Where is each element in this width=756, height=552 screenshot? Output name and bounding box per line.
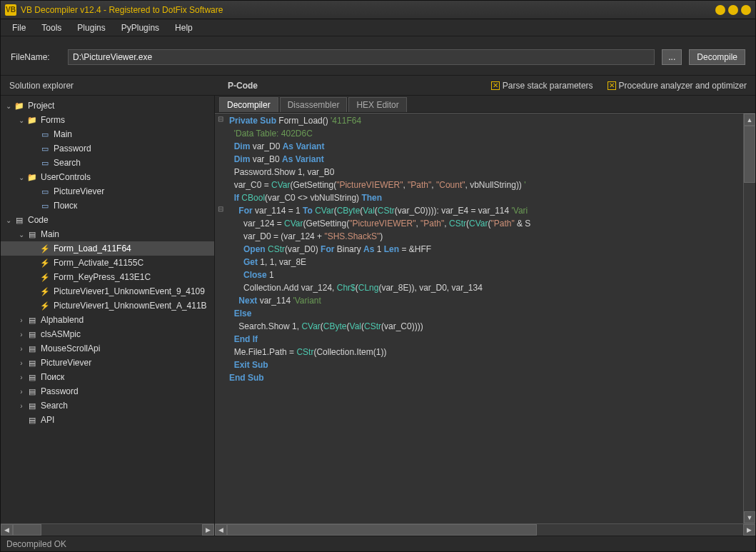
tree-item-pictureviever[interactable]: ▭PictureViever	[1, 184, 214, 199]
tree-item-api[interactable]: ▤API	[1, 413, 214, 427]
tree-hscrollbar[interactable]: ◀ ▶	[1, 523, 214, 536]
proc-icon: ⚡	[39, 286, 51, 297]
tree-item-password[interactable]: ›▤Password	[1, 384, 214, 398]
browse-button[interactable]: ...	[662, 49, 682, 65]
scroll-down-icon[interactable]: ▼	[744, 511, 755, 523]
expand-icon[interactable]: ⌄	[16, 116, 26, 124]
code-editor[interactable]: Private Sub Form_Load() '411F64 'Data Ta…	[226, 114, 743, 523]
tree-item-label: Search	[41, 401, 68, 411]
tree-item-label: Password	[41, 386, 79, 396]
tree-item-label: Main	[54, 129, 72, 139]
expand-icon[interactable]: ›	[16, 316, 26, 324]
tree-item-forms[interactable]: ⌄📁Forms	[1, 113, 214, 127]
tree-item-label: Поиск	[54, 201, 77, 211]
window-title: VB Decompiler v12.4 - Registered to DotF…	[21, 5, 715, 15]
tree-item-form-keypress-413e1c[interactable]: ⚡Form_KeyPress_413E1C	[1, 270, 214, 284]
menu-tools[interactable]: Tools	[34, 21, 69, 35]
expand-icon[interactable]: ⌄	[4, 216, 14, 224]
pcode-label: P-Code	[228, 81, 477, 91]
expand-icon[interactable]: ⌄	[4, 102, 14, 110]
tab-decompiler[interactable]: Decompiler	[219, 97, 278, 112]
tree-item-main[interactable]: ▭Main	[1, 127, 214, 141]
menu-plugins[interactable]: Plugins	[70, 21, 112, 35]
tree-item-usercontrols[interactable]: ⌄📁UserControls	[1, 170, 214, 184]
menu-pyplugins[interactable]: PyPlugins	[114, 21, 166, 35]
tree-item-label: Alphablend	[41, 315, 84, 325]
expand-icon[interactable]: ›	[16, 373, 26, 381]
tree-item-clsasmpic[interactable]: ›▤clsASMpic	[1, 327, 214, 341]
proc-icon: ⚡	[39, 300, 51, 311]
code-hscrollbar[interactable]: ◀ ▶	[215, 523, 755, 536]
tree-item-form-load-411f64[interactable]: ⚡Form_Load_411F64	[1, 241, 214, 256]
expand-icon[interactable]: ›	[16, 359, 26, 367]
tree-item-search[interactable]: ›▤Search	[1, 398, 214, 413]
tab-hex-editor[interactable]: HEX Editor	[348, 97, 406, 112]
project-tree[interactable]: ⌄📁Project⌄📁Forms▭Main▭Password▭Search⌄📁U…	[1, 96, 214, 523]
maximize-button[interactable]	[728, 5, 738, 15]
decompile-button[interactable]: Decompile	[689, 49, 745, 65]
menu-file[interactable]: File	[5, 21, 33, 35]
tree-item-code[interactable]: ⌄▤Code	[1, 213, 214, 227]
scroll-left-icon[interactable]: ◀	[215, 524, 227, 536]
tree-item-project[interactable]: ⌄📁Project	[1, 99, 214, 113]
scroll-right-icon[interactable]: ▶	[743, 524, 755, 536]
titlebar: VB VB Decompiler v12.4 - Registered to D…	[1, 1, 755, 19]
tree-hscroll-thumb[interactable]	[13, 524, 41, 536]
fold-icon[interactable]: ⊟	[215, 115, 226, 128]
tree-item--[interactable]: ›▤Поиск	[1, 370, 214, 384]
form-icon: ▭	[39, 129, 51, 140]
expand-icon[interactable]: ›	[16, 402, 26, 410]
tree-item-password[interactable]: ▭Password	[1, 141, 214, 156]
mod-icon: ▤	[26, 400, 38, 411]
toolbar: FileName: ... Decompile	[1, 36, 755, 76]
tree-item-label: PictureViever	[41, 358, 91, 368]
proc-icon: ⚡	[39, 271, 51, 283]
parse-stack-label: Parse stack parameters	[503, 81, 593, 91]
close-button[interactable]	[741, 5, 751, 15]
code-icon: ▤	[14, 214, 25, 226]
menu-help[interactable]: Help	[168, 21, 200, 35]
expand-icon[interactable]: ›	[16, 388, 26, 396]
expand-icon[interactable]: ›	[16, 331, 26, 338]
tree-item-pictureviever1-unknownevent-a-411b[interactable]: ⚡PictureViever1_UnknownEvent_A_411B	[1, 298, 214, 313]
solution-explorer: ⌄📁Project⌄📁Forms▭Main▭Password▭Search⌄📁U…	[1, 96, 215, 536]
tree-item-pictureviever[interactable]: ›▤PictureViever	[1, 356, 214, 370]
expand-icon[interactable]: ⌄	[16, 174, 26, 181]
form-icon: ▭	[39, 200, 51, 211]
tree-item-pictureviever1-unknownevent-9-4109[interactable]: ⚡PictureViever1_UnknownEvent_9_4109	[1, 284, 214, 298]
tree-item-search[interactable]: ▭Search	[1, 156, 214, 170]
procedure-analyzer-checkbox[interactable]: ✕	[608, 81, 616, 90]
tree-item-label: PictureViever1_UnknownEvent_A_411B	[54, 301, 207, 311]
proc-icon: ⚡	[39, 257, 51, 269]
expand-icon[interactable]: ⌄	[16, 231, 26, 239]
scroll-right-icon[interactable]: ▶	[202, 524, 214, 536]
parse-stack-checkbox[interactable]: ✕	[491, 81, 500, 90]
code-hscroll-thumb[interactable]	[227, 524, 537, 536]
tree-item-label: API	[41, 415, 54, 425]
tree-item-label: clsASMpic	[41, 329, 81, 339]
tree-item-form-activate-41155c[interactable]: ⚡Form_Activate_41155C	[1, 256, 214, 270]
tree-item-main[interactable]: ⌄▤Main	[1, 227, 214, 241]
tree-item-label: Form_KeyPress_413E1C	[54, 272, 151, 282]
status-text: Decompiled OK	[6, 539, 66, 549]
tree-item-label: Поиск	[41, 372, 64, 382]
scroll-left-icon[interactable]: ◀	[1, 524, 13, 536]
code-vscroll-thumb[interactable]	[744, 126, 755, 183]
expand-icon[interactable]: ›	[16, 345, 26, 353]
filename-input[interactable]	[68, 49, 655, 65]
form-icon: ▭	[39, 186, 51, 197]
tree-item-alphablend[interactable]: ›▤Alphablend	[1, 313, 214, 327]
tree-item-label: Main	[41, 229, 59, 239]
tree-item-label: UserControls	[41, 172, 91, 182]
mod-icon: ▤	[26, 314, 38, 326]
code-vscrollbar[interactable]: ▲ ▼	[743, 114, 755, 523]
tab-disassembler[interactable]: Disassembler	[280, 97, 348, 112]
content-pane: DecompilerDisassemblerHEX Editor ⊟ ⊟ Pri…	[215, 96, 755, 536]
tree-item-mousescrollapi[interactable]: ›▤MouseScrollApi	[1, 341, 214, 356]
scroll-up-icon[interactable]: ▲	[744, 114, 755, 126]
fold-icon[interactable]: ⊟	[215, 205, 226, 218]
editor-tabs: DecompilerDisassemblerHEX Editor	[215, 96, 755, 113]
tree-item--[interactable]: ▭Поиск	[1, 199, 214, 213]
proc-icon: ⚡	[39, 243, 51, 254]
minimize-button[interactable]	[715, 5, 725, 15]
